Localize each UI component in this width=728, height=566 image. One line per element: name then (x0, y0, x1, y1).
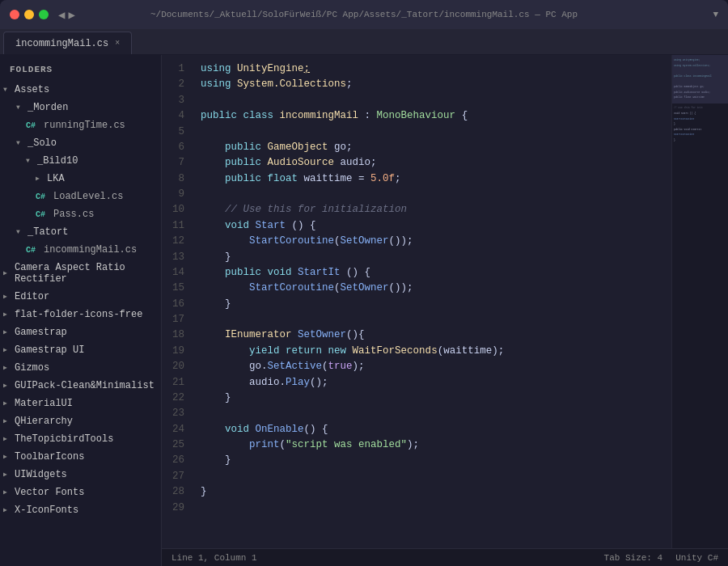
file-name: incommingMail.cs (44, 244, 137, 256)
minimize-button[interactable] (24, 10, 34, 19)
folder-name: _Morden (28, 102, 68, 113)
folder-name: _Solo (28, 137, 57, 149)
maximize-button[interactable] (39, 10, 49, 19)
status-position: Line 1, Column 1 (171, 553, 257, 563)
sidebar-item-gamestrap[interactable]: Gamestrap (0, 323, 161, 341)
sidebar-item-incomming-mail[interactable]: C# incommingMail.cs (0, 241, 161, 259)
chevron-right-icon (3, 346, 15, 354)
sidebar-item-uiwidgets[interactable]: UIWidgets (0, 466, 161, 484)
chevron-right-icon (3, 293, 15, 301)
editor-area: 12345 678910 1112131415 1617181920 21222… (162, 55, 728, 566)
title-bar: ◀ ▶ ~/Documents/_Aktuell/SoloFürWeiß/PC … (0, 0, 728, 29)
status-bar-right: Tab Size: 4 Unity C# (604, 553, 718, 563)
tab-label: incommingMail.cs (15, 38, 108, 49)
nav-forward-button[interactable]: ▶ (68, 8, 74, 22)
folder-name: QHierarchy (15, 416, 73, 427)
sidebar-item-x-icon[interactable]: X-IconFonts (0, 501, 161, 519)
sidebar-item-flat-folder[interactable]: flat-folder-icons-free (0, 306, 161, 323)
sidebar-header: FOLDERS (0, 61, 161, 81)
nav-back-button[interactable]: ◀ (58, 8, 65, 22)
folder-name: X-IconFonts (15, 505, 78, 516)
folder-name: Editor (15, 291, 49, 302)
sidebar-item-topicbird[interactable]: TheTopicbirdTools (0, 430, 161, 448)
chevron-right-icon (3, 506, 15, 514)
file-name: LoadLevel.cs (53, 191, 123, 202)
close-button[interactable] (10, 10, 19, 19)
chevron-right-icon (3, 269, 15, 277)
sidebar-item-vector-fonts[interactable]: Vector Fonts (0, 484, 161, 501)
chevron-right-icon (3, 364, 15, 372)
cs-badge: C# (36, 192, 50, 201)
chevron-right-icon (3, 382, 15, 390)
line-numbers: 12345 678910 1112131415 1617181920 21222… (162, 55, 191, 548)
minimap-highlight (672, 55, 728, 103)
folder-name: Gamestrap (15, 327, 67, 338)
sidebar-item-bild10[interactable]: _Bild10 (0, 152, 161, 170)
chevron-right-icon (3, 435, 15, 443)
code-content[interactable]: using UnityEngine; using System.Collecti… (191, 55, 671, 548)
folder-name: MaterialUI (15, 398, 73, 409)
tab-bar: incommingMail.cs × (0, 29, 728, 55)
sidebar-item-toolbar[interactable]: ToolbarIcons (0, 448, 161, 466)
folder-name: LKA (47, 173, 65, 184)
chevron-right-icon (3, 310, 15, 319)
sidebar-item-assets[interactable]: Assets (0, 81, 161, 99)
folder-name: TheTopicbirdTools (15, 433, 113, 445)
chevron-right-icon (3, 471, 15, 479)
chevron-down-icon (16, 139, 28, 147)
folder-name: GUIPack-Clean&Minimalist (15, 380, 154, 391)
tab-incomming-mail[interactable]: incommingMail.cs × (3, 32, 132, 54)
language-label: Unity C# (675, 553, 718, 563)
dropdown-arrow-icon[interactable]: ▼ (713, 10, 718, 19)
chevron-right-icon (3, 417, 15, 425)
sidebar-item-camera[interactable]: Camera Aspect Ratio Rectifier (0, 259, 161, 288)
cs-badge: C# (26, 246, 40, 255)
folder-name: Gamestrap UI (15, 344, 84, 356)
main-content: FOLDERS Assets _Morden C# runningTime.cs (0, 55, 728, 566)
sidebar-item-solo[interactable]: _Solo (0, 134, 161, 152)
app-window: ◀ ▶ ~/Documents/_Aktuell/SoloFürWeiß/PC … (0, 0, 728, 566)
sidebar-item-qhierarchy[interactable]: QHierarchy (0, 412, 161, 430)
sidebar-item-morden[interactable]: _Morden (0, 99, 161, 116)
minimap: using UnityEngine; using System.Collecti… (671, 55, 728, 548)
chevron-down-icon (16, 103, 28, 112)
folder-name: Camera Aspect Ratio Rectifier (15, 262, 158, 285)
chevron-down-icon (16, 228, 28, 236)
tab-close-button[interactable]: × (115, 40, 120, 48)
sidebar-item-running-time[interactable]: C# runningTime.cs (0, 116, 161, 134)
sidebar-item-editor[interactable]: Editor (0, 288, 161, 306)
sidebar-item-lka[interactable]: LKA (0, 170, 161, 188)
sidebar-item-guipack[interactable]: GUIPack-Clean&Minimalist (0, 377, 161, 395)
folder-name: Gizmos (15, 362, 49, 374)
sidebar: FOLDERS Assets _Morden C# runningTime.cs (0, 55, 162, 566)
chevron-right-icon (3, 328, 15, 336)
sidebar-item-gizmos[interactable]: Gizmos (0, 359, 161, 377)
folder-name: Vector Fonts (15, 487, 84, 498)
folder-name: flat-folder-icons-free (15, 309, 142, 320)
tab-size-label: Tab Size: 4 (604, 553, 663, 563)
cs-badge: C# (36, 210, 50, 219)
chevron-down-icon (26, 157, 37, 165)
chevron-right-icon (3, 453, 15, 461)
chevron-right-icon (3, 488, 15, 496)
folder-name: UIWidgets (15, 469, 67, 480)
folder-name: _Tatort (28, 226, 68, 238)
folder-name: _Bild10 (37, 155, 78, 167)
sidebar-item-pass[interactable]: C# Pass.cs (0, 205, 161, 223)
folder-name: ToolbarIcons (15, 451, 84, 463)
folder-name: Assets (15, 84, 49, 95)
title-bar-right: ▼ (713, 10, 718, 19)
chevron-right-icon (36, 175, 47, 183)
file-name: runningTime.cs (44, 120, 125, 131)
chevron-down-icon (3, 86, 15, 94)
cs-badge: C# (26, 121, 40, 130)
title-path: ~/Documents/_Aktuell/SoloFürWeiß/PC App/… (150, 10, 578, 19)
sidebar-item-gamestrap-ui[interactable]: Gamestrap UI (0, 341, 161, 359)
sidebar-item-tatort[interactable]: _Tatort (0, 223, 161, 241)
code-container[interactable]: 12345 678910 1112131415 1617181920 21222… (162, 55, 728, 548)
file-name: Pass.cs (53, 209, 94, 220)
status-bar: Line 1, Column 1 Tab Size: 4 Unity C# (162, 548, 728, 566)
sidebar-item-loadlevel[interactable]: C# LoadLevel.cs (0, 188, 161, 205)
traffic-lights (10, 10, 49, 19)
sidebar-item-materialui[interactable]: MaterialUI (0, 395, 161, 412)
